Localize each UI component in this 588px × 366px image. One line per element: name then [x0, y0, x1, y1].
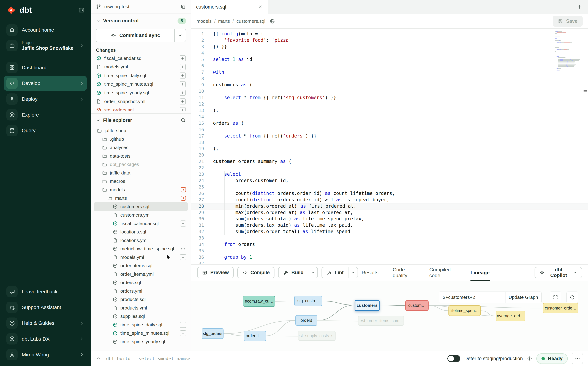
file-tree-item-github[interactable]: .github — [94, 135, 188, 143]
file-tree-item-metricflow-time-spine-sql[interactable]: metricflow_time_spine.sql — [94, 245, 188, 253]
file-tree-item-analyses[interactable]: analyses — [94, 143, 188, 152]
code-line[interactable]: 13), — [191, 107, 588, 114]
file-tree-item-time-spine-yearly-sql[interactable]: time_spine_yearly.sql — [94, 338, 188, 346]
breadcrumb-file[interactable]: customers.sql — [237, 18, 265, 24]
lineage-node-test-order-items-com[interactable]: test_order_items_com… — [358, 316, 404, 326]
file-tree-item-models[interactable]: models — [94, 185, 188, 194]
stage-change-button[interactable] — [180, 330, 186, 336]
file-tree-item-products-sql[interactable]: products.sql — [94, 295, 188, 304]
file-tree-item-time-spine-daily-sql[interactable]: time_spine_daily.sql — [94, 321, 188, 329]
sidebar-item-account-home[interactable]: Account home — [4, 23, 87, 38]
stage-change-button[interactable] — [180, 322, 186, 328]
collapse-sidebar-icon[interactable] — [78, 7, 85, 13]
update-graph-button[interactable]: Update Graph — [506, 291, 542, 303]
code-editor[interactable]: 1{{ config(meta = {2 'favorite_food': 'p… — [191, 29, 588, 264]
code-line[interactable]: 21customer_orders_summary as ( — [191, 158, 588, 165]
lint-button[interactable]: Lint — [321, 267, 348, 278]
lint-options-button[interactable] — [348, 267, 358, 278]
editor-minimap[interactable] — [555, 31, 582, 73]
sidebar-item-user-mirna-wong[interactable]: Mirna Wong — [4, 347, 87, 362]
stage-change-button[interactable] — [180, 72, 186, 78]
save-button[interactable]: Save — [553, 16, 583, 27]
stage-change-button[interactable] — [180, 81, 186, 87]
file-tree-item-order-items-yml[interactable]: order_items.yml — [94, 270, 188, 279]
cli-command-input[interactable]: dbt build --select <model_name> — [106, 356, 190, 361]
version-control-header[interactable]: Version control 8 — [91, 14, 191, 27]
copy-icon[interactable] — [180, 4, 186, 10]
change-item[interactable]: time_spine_minutes.sql — [94, 80, 188, 89]
file-tree-item-jaffle-shop[interactable]: jaffle-shop — [94, 127, 188, 135]
change-item[interactable]: time_spine_daily.sql — [94, 71, 188, 80]
lineage-node-customer-orde[interactable]: customer_orde… — [543, 303, 578, 313]
code-line[interactable]: 12 — [191, 101, 588, 107]
chevron-up-icon[interactable] — [96, 356, 101, 361]
file-tree-item-macros[interactable]: macros — [94, 177, 188, 186]
sidebar-item-query[interactable]: Query — [4, 123, 87, 138]
file-tree-item-order-items-sql[interactable]: order_items.sql — [94, 261, 188, 270]
refresh-graph-button[interactable] — [566, 291, 578, 303]
code-line[interactable]: 31 sum(orders.tax_paid) as lifetime_tax_… — [191, 222, 588, 229]
change-item[interactable]: models.yml — [94, 63, 188, 71]
file-tree-item-jaffle-data[interactable]: jaffle-data — [94, 169, 188, 177]
new-tab-icon[interactable] — [577, 4, 582, 10]
compile-button[interactable]: Compile — [237, 267, 275, 278]
sidebar-item-dashboard[interactable]: Dashboard — [4, 60, 87, 75]
file-tree-item-fiscal-calendar-sql[interactable]: fiscal_calendar.sql — [94, 219, 188, 228]
code-line[interactable]: 6 — [191, 63, 588, 69]
file-tree-item-products-yml[interactable]: products.yml — [94, 304, 188, 312]
code-line[interactable]: 15orders as ( — [191, 120, 588, 127]
code-line[interactable]: 14 — [191, 114, 588, 120]
code-line[interactable]: 33 — [191, 235, 588, 241]
code-line[interactable]: 23 select — [191, 171, 588, 177]
code-line[interactable]: 30 sum(orders.subtotal) as lifetime_spen… — [191, 216, 588, 222]
file-tree-item-dbt-packages[interactable]: dbt_packages — [94, 160, 188, 169]
lineage-node-order-it[interactable]: order_it… — [244, 331, 266, 341]
close-tab-icon[interactable] — [258, 4, 263, 9]
stage-change-button[interactable] — [180, 254, 186, 260]
commit-options-button[interactable] — [175, 29, 186, 42]
build-options-button[interactable] — [308, 267, 318, 278]
code-line[interactable]: 1{{ config(meta = { — [191, 31, 588, 37]
tab-customers-sql[interactable]: customers.sql — [191, 0, 268, 14]
lineage-node-stg-custo[interactable]: stg_custo… — [294, 296, 322, 306]
code-line[interactable]: 25 — [191, 184, 588, 190]
dbt-copilot-button[interactable]: dbt Copilot — [535, 267, 582, 278]
lineage-node-ecom-raw-cu[interactable]: ecom.raw_cu… — [243, 296, 275, 306]
lineage-node-average-ord[interactable]: average_ord… — [496, 311, 525, 321]
code-line[interactable]: 17 select * from {{ ref('orders') }} — [191, 133, 588, 139]
tab-compiled-code[interactable]: Compiled code — [429, 265, 456, 281]
code-line[interactable]: 5select 1 as id — [191, 56, 588, 63]
stage-change-button[interactable] — [180, 55, 186, 61]
ide-status-badge[interactable]: Ready — [536, 353, 568, 364]
code-line[interactable]: 29 max(orders.ordered_at) as last_ordere… — [191, 209, 588, 216]
tab-results[interactable]: Results — [362, 265, 379, 281]
file-explorer-header[interactable]: File explorer — [91, 114, 191, 126]
file-tree-item-data-tests[interactable]: data-tests — [94, 152, 188, 160]
tab-code-quality[interactable]: Code quality — [393, 265, 415, 281]
change-item[interactable]: fiscal_calendar.sql — [94, 54, 188, 63]
code-line[interactable]: 32 sum(orders.order_total) as lifetime_s… — [191, 229, 588, 235]
stage-change-button[interactable] — [180, 90, 186, 96]
stage-change-button[interactable] — [180, 64, 186, 70]
lineage-node-test-supply-costs-s[interactable]: test_supply_costs_s… — [298, 331, 335, 341]
code-line[interactable]: 9customers as ( — [191, 82, 588, 88]
code-line[interactable]: 28 min(orders.ordered_at) as first_order… — [191, 203, 588, 209]
breadcrumb-models[interactable]: models — [197, 18, 212, 24]
sidebar-item-help-guides[interactable]: Help & Guides — [4, 316, 87, 330]
code-line[interactable]: 35 — [191, 248, 588, 254]
code-line[interactable]: 16 — [191, 127, 588, 133]
sidebar-item-support-assistant[interactable]: Support Assistant — [4, 300, 87, 315]
code-line[interactable]: 19), — [191, 145, 588, 152]
commit-and-sync-button[interactable]: Commit and sync — [96, 29, 175, 42]
sidebar-item-explore[interactable]: Explore — [4, 107, 87, 122]
file-tree-item-locations-sql[interactable]: locations.sql — [94, 228, 188, 236]
stage-change-button[interactable] — [180, 221, 186, 227]
file-tree-item-orders-sql[interactable]: orders.sql — [94, 278, 188, 287]
search-icon[interactable] — [180, 117, 186, 123]
code-line[interactable]: 2 'favorite_food': 'pizza' — [191, 37, 588, 44]
code-line[interactable]: 3}) }} — [191, 44, 588, 50]
file-tree-item-models-yml[interactable]: models.yml — [94, 253, 188, 261]
lineage-node-lifetime-spen[interactable]: lifetime_spen… — [448, 305, 481, 316]
sidebar-item-project[interactable]: ProjectJaffle Shop Snowflake — [4, 38, 87, 53]
file-tree-item-time-spine-minutes-sql[interactable]: time_spine_minutes.sql — [94, 329, 188, 338]
